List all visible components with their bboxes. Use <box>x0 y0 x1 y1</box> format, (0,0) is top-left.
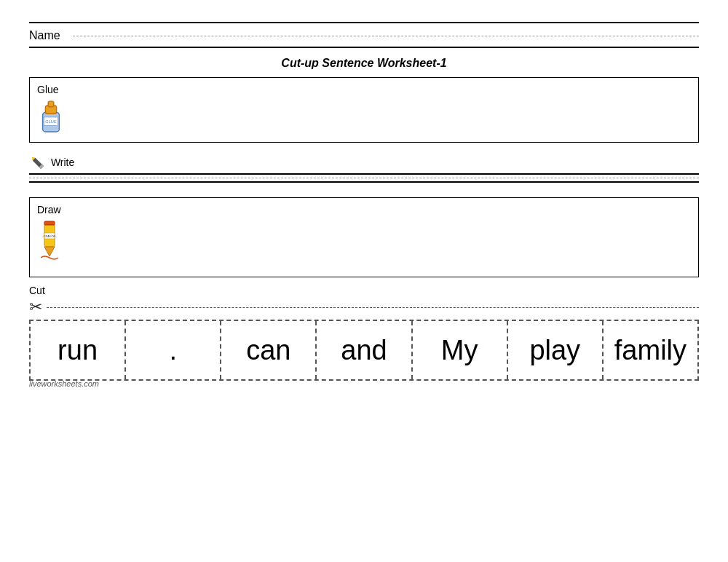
svg-marker-9 <box>44 247 55 256</box>
write-section: Write <box>29 154 699 183</box>
cut-section: Cut ✂ <box>29 285 699 317</box>
write-dashed-line <box>29 178 699 178</box>
cut-dashed-line <box>47 307 699 308</box>
top-decorative-line <box>29 22 699 23</box>
write-solid-line-bottom <box>29 181 699 183</box>
crayon-icon: CRAYON <box>37 220 63 256</box>
write-label: Write <box>29 154 699 170</box>
word-card-period: . <box>126 321 221 379</box>
cut-label: Cut <box>29 285 699 296</box>
svg-rect-2 <box>48 101 54 107</box>
word-card-run: run <box>31 321 126 379</box>
pencil-icon <box>29 156 48 167</box>
draw-box: Draw CRAYON <box>29 197 699 277</box>
scissors-row: ✂ <box>29 298 699 317</box>
glue-icon: GLUE <box>37 100 66 132</box>
word-card-my: My <box>413 321 508 379</box>
write-solid-line-top <box>29 173 699 175</box>
name-label: Name <box>29 29 66 42</box>
svg-rect-10 <box>44 221 55 225</box>
word-card-and: and <box>317 321 412 379</box>
word-card-can: can <box>221 321 317 379</box>
word-card-play: play <box>508 321 604 379</box>
page: Name Cut-up Sentence Worksheet-1 Glue GL… <box>0 0 728 395</box>
draw-label: Draw <box>37 204 691 215</box>
name-underline <box>29 47 699 48</box>
name-dashed-line <box>73 36 699 36</box>
glue-label: Glue <box>37 84 691 95</box>
svg-text:CRAYON: CRAYON <box>44 234 56 238</box>
scissors-icon: ✂ <box>29 298 42 317</box>
footer: liveworksheets.com <box>29 379 99 388</box>
word-cards-container: run . can and My play family <box>29 320 699 381</box>
worksheet-title: Cut-up Sentence Worksheet-1 <box>29 57 699 70</box>
name-section: Name <box>29 29 699 42</box>
word-card-family: family <box>604 321 697 379</box>
glue-box: Glue GLUE <box>29 77 699 143</box>
svg-text:GLUE: GLUE <box>45 119 57 124</box>
footer-text: liveworksheets.com <box>29 379 99 388</box>
